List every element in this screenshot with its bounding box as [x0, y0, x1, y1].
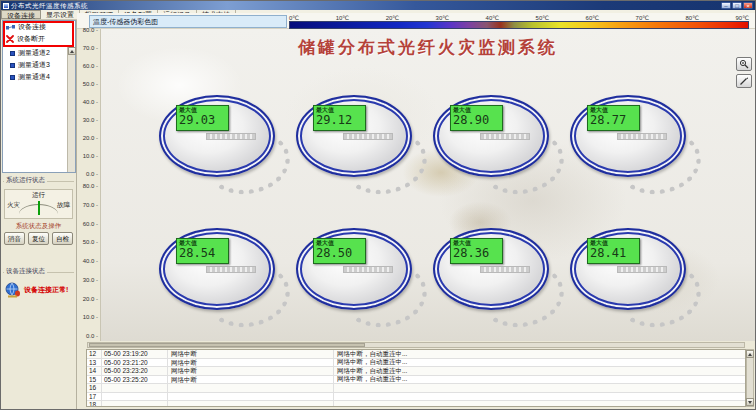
lcd-max-value: 28.50 [314, 247, 365, 260]
channel-label: 测量通道3 [18, 60, 50, 70]
view-toolbar [736, 57, 752, 88]
log-vertical-scrollbar[interactable] [746, 349, 754, 407]
lcd-max-value: 29.12 [314, 114, 365, 127]
scroll-up-icon[interactable] [68, 47, 76, 55]
close-button[interactable]: × [743, 2, 753, 9]
axis-label: 80.0 [83, 183, 98, 189]
log-event [168, 401, 334, 407]
tick-label: 90℃ [736, 14, 749, 21]
tank-widget: 最大值 28.54 [159, 228, 275, 310]
tick-label: 30℃ [436, 14, 449, 21]
temperature-colorbar [289, 21, 749, 29]
log-desc: 网络中断，自动重连中... [334, 375, 745, 384]
op-button[interactable]: 消音 [4, 232, 25, 245]
axis-label: 70.0 [83, 45, 98, 51]
device-status-icon [5, 282, 21, 298]
log-time [102, 393, 168, 401]
log-time [102, 384, 168, 392]
log-time: 05-00 23:25:20 [102, 376, 168, 384]
log-desc: 网络中断，自动重连中... [334, 358, 745, 367]
zoom-button[interactable] [736, 57, 752, 71]
scroll-down-icon[interactable] [746, 398, 754, 406]
gauge-fire-label: 火灾 [7, 201, 20, 210]
log-row[interactable]: 18 [87, 401, 745, 407]
channel-item[interactable]: 测量通道4 [3, 71, 75, 83]
tick-label: 50℃ [536, 14, 549, 21]
channel-list: 测量通道2 测量通道3 测量通道4 [3, 45, 75, 83]
tank-widget: 最大值 28.41 [570, 228, 686, 310]
tank-segments [206, 133, 256, 140]
log-row[interactable]: 17 [87, 393, 745, 402]
channel-item[interactable]: 测量通道3 [3, 59, 75, 71]
lcd-display: 最大值 28.50 [313, 238, 366, 264]
menu-item[interactable]: 显示设置 [41, 10, 80, 19]
log-index: 12 [87, 350, 102, 358]
axis-label: 20.0 [83, 135, 98, 141]
tick-label: 40℃ [486, 14, 499, 21]
tank-grid: 最大值 29.03 最大值 29.12 最大值 28.90 [159, 95, 686, 310]
run-status-group-title: 系统运行状态 [4, 176, 47, 185]
op-button[interactable]: 自检 [52, 232, 73, 245]
tick-label: 0℃ [289, 14, 299, 21]
log-index: 15 [87, 376, 102, 384]
tank-segments [617, 133, 667, 140]
log-event [168, 384, 334, 392]
log-row[interactable]: 16 [87, 384, 745, 393]
lcd-max-value: 28.41 [588, 247, 639, 260]
log-index: 18 [87, 401, 102, 407]
y-axis-channel-2: 80.070.060.050.040.030.020.010.00.0 [77, 183, 98, 339]
axis-label: 40.0 [83, 99, 98, 105]
op-buttons: 消音复位自检 [4, 232, 73, 245]
ops-section-label: 系统状态及操作 [1, 222, 76, 231]
log-time: 05-00 23:23:20 [102, 367, 168, 375]
monitor-canvas: 储罐分布式光纤火灾监测系统 最大值 29.03 最大值 29.12 [100, 29, 755, 341]
log-row[interactable]: 15 05-00 23:25:20 网络中断 网络中断，自动重连中... [87, 376, 745, 385]
connection-status: 设备连接正常! [5, 282, 68, 298]
maximize-button[interactable]: □ [732, 2, 742, 9]
axis-label: 80.0 [83, 27, 98, 33]
lcd-max-value: 29.03 [177, 114, 228, 127]
log-index: 13 [87, 359, 102, 367]
log-time: 05-00 23:21:20 [102, 359, 168, 367]
axis-label: 10.0 [83, 153, 98, 159]
log-event: 网络中断 [168, 359, 334, 367]
scroll-up-icon[interactable] [746, 350, 754, 358]
channel-bullet-icon [10, 51, 15, 56]
op-button[interactable]: 复位 [28, 232, 49, 245]
pan-button[interactable] [736, 74, 752, 88]
axis-label: 20.0 [83, 296, 98, 302]
log-index: 14 [87, 367, 102, 375]
log-event: 网络中断 [168, 350, 334, 358]
channel-bullet-icon [10, 63, 15, 68]
gauge-needle [38, 201, 40, 215]
tank-segments [480, 133, 530, 140]
plot-horizontal-scrollbar[interactable] [87, 342, 745, 348]
lcd-display: 最大值 28.41 [587, 238, 640, 264]
tank-widget: 最大值 29.12 [296, 95, 412, 177]
tick-label: 70℃ [636, 14, 649, 21]
lcd-display: 最大值 28.36 [450, 238, 503, 264]
window-title: 分布式光纤温度传感系统 [11, 1, 88, 10]
pointer-pen-icon [739, 76, 749, 86]
axis-label: 30.0 [83, 277, 98, 283]
axis-label: 70.0 [83, 202, 98, 208]
tank-segments [343, 266, 393, 273]
menu-item[interactable]: 设备连接 [1, 10, 41, 19]
minimize-button[interactable]: – [721, 2, 731, 9]
connection-status-text: 设备连接正常! [24, 285, 68, 295]
title-bar: 分布式光纤温度传感系统 – □ × [1, 1, 755, 10]
axis-label: 40.0 [83, 258, 98, 264]
lcd-display: 最大值 28.77 [587, 105, 640, 131]
log-index: 16 [87, 384, 102, 392]
log-event [168, 393, 334, 401]
scrollbar-thumb[interactable] [89, 343, 365, 347]
log-desc: 网络中断，自动重连中... [334, 367, 745, 376]
channel-list-scrollbar[interactable] [67, 47, 75, 172]
system-title: 储罐分布式光纤火灾监测系统 [101, 36, 755, 59]
log-time: 05-00 23:19:20 [102, 350, 168, 358]
tick-label: 10℃ [336, 14, 349, 21]
connection-group-title: 设备连接状态 [4, 267, 47, 276]
channel-label: 测量通道4 [18, 72, 50, 82]
log-event: 网络中断 [168, 376, 334, 384]
channel-item[interactable]: 测量通道2 [3, 47, 75, 59]
